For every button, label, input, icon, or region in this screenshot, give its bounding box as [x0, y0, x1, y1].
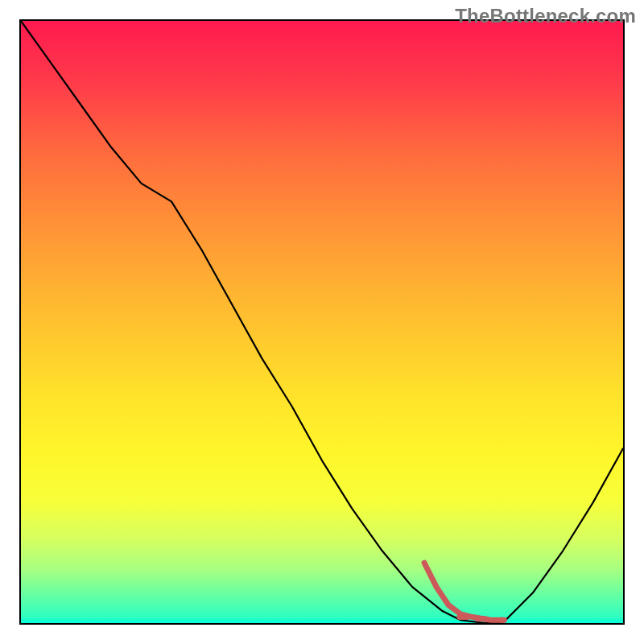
accent-curve [424, 563, 502, 620]
plot-area [19, 19, 625, 625]
watermark-text: TheBottleneck.com [455, 5, 636, 27]
main-curve [21, 21, 623, 623]
chart-svg [21, 21, 623, 623]
chart-container: TheBottleneck.com [0, 0, 644, 644]
